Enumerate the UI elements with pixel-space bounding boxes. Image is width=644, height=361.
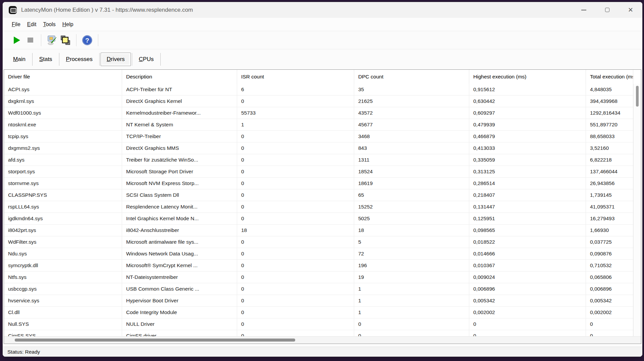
tab-drivers[interactable]: Drivers [101, 53, 131, 66]
table-row[interactable]: hvservice.sysHypervisor Boot Driver010,0… [4, 295, 633, 307]
tab-cpus[interactable]: CPUs [133, 53, 159, 66]
table-cell: Resplendence Latency Monit... [122, 201, 237, 213]
table-cell: 0,009024 [469, 272, 586, 283]
table-cell: 1 [354, 307, 469, 318]
table-cell: WdFilter.sys [4, 236, 122, 248]
table-cell: afd.sys [4, 154, 122, 166]
table-cell: 0 [354, 318, 469, 330]
menu-item-edit[interactable]: Edit [24, 20, 40, 29]
table-row[interactable]: ntoskrnl.exeNT Kernel & System1456770,47… [4, 119, 633, 131]
table-row[interactable]: Wdf01000.sysKernelmodustreiber-Framewor.… [4, 107, 633, 119]
column-header[interactable]: Highest execution (ms) [469, 70, 586, 84]
table-cell: 0,018522 [469, 236, 586, 248]
table-row[interactable]: rspLLL64.sysResplendence Latency Monit..… [4, 201, 633, 213]
copy-report-button[interactable] [59, 34, 72, 47]
table-cell: 0,065806 [586, 272, 633, 283]
table-row[interactable]: CimFS.SYSCimFS driver0000 [4, 330, 633, 336]
report-button[interactable] [45, 34, 59, 47]
stop-button[interactable] [23, 34, 37, 47]
table-cell: 0,466879 [469, 131, 586, 142]
tab-bar: MainStatsProcessesDriversCPUs [3, 49, 642, 69]
table-row[interactable]: Ntfs.sysNT-Dateisystemtreiber0190,009024… [4, 272, 633, 283]
table-cell: 0,335059 [469, 154, 586, 166]
table-row[interactable]: Null.SYSNULL Driver0000 [4, 318, 633, 330]
table-cell: 0 [237, 248, 354, 260]
table-row[interactable]: symcryptk.dllMicrosoft® SymCrypt Kernel … [4, 260, 633, 272]
table-row[interactable]: igdkmdn64.sysIntel Graphics Kernel Mode … [4, 213, 633, 225]
table-row[interactable]: i8042prt.sysi8042-Anschlusstreiber18180,… [4, 225, 633, 236]
help-icon: ? [82, 35, 93, 46]
tab-separator [59, 53, 59, 66]
help-button[interactable]: ? [80, 34, 94, 47]
table-header-row: Driver fileDescriptionISR countDPC count… [4, 70, 633, 84]
table-cell: 0,609297 [469, 107, 586, 119]
table-cell: rspLLL64.sys [4, 201, 122, 213]
table-cell: 6,822218 [586, 154, 633, 166]
window-controls: ✕ [572, 2, 642, 18]
vertical-scrollbar-thumb[interactable] [636, 86, 639, 107]
tab-processes[interactable]: Processes [60, 53, 98, 66]
column-header[interactable]: Driver file [4, 70, 122, 84]
table-cell: 0 [237, 272, 354, 283]
minimize-button[interactable] [572, 2, 595, 18]
table-row[interactable]: dxgkrnl.sysDirectX Graphics Kernel021625… [4, 96, 633, 107]
start-button[interactable] [10, 34, 23, 47]
title-bar[interactable]: LatencyMon (Home Edition ) v 7.31 - http… [3, 2, 642, 18]
table-row[interactable]: ACPI.sysACPI-Treiber für NT6350,9156124,… [4, 84, 633, 96]
horizontal-scrollbar[interactable] [4, 336, 641, 344]
table-cell: CimFS.SYS [4, 330, 122, 336]
column-header[interactable]: DPC count [354, 70, 469, 84]
tab-stats[interactable]: Stats [34, 53, 58, 66]
table-cell: igdkmdn64.sys [4, 213, 122, 225]
drivers-table: Driver fileDescriptionISR countDPC count… [4, 69, 641, 344]
table-cell: 18619 [354, 178, 469, 189]
maximize-icon [605, 8, 609, 12]
tab-main[interactable]: Main [7, 53, 31, 66]
toolbar: ? [3, 31, 642, 49]
tab-separator [132, 53, 132, 66]
table-cell: 0 [586, 330, 633, 336]
table-cell: 1 [354, 283, 469, 295]
menu-item-file[interactable]: File [8, 20, 24, 29]
table-cell: 41,095371 [586, 201, 633, 213]
menu-item-tools[interactable]: Tools [40, 20, 59, 29]
status-bar: Status: Ready [3, 347, 642, 357]
menu-item-help[interactable]: Help [59, 20, 77, 29]
table-row[interactable]: usbccgp.sysUSB Common Class Generic ...0… [4, 283, 633, 295]
table-cell: 551,897720 [586, 119, 633, 131]
close-button[interactable]: ✕ [619, 2, 642, 18]
table-cell: Ntfs.sys [4, 272, 122, 283]
table-row[interactable]: tcpip.sysTCP/IP-Treiber034680,46687988,6… [4, 131, 633, 142]
table-cell: 0 [237, 260, 354, 272]
table-cell: CimFS driver [122, 330, 237, 336]
table-row[interactable]: CLASSPNP.SYSSCSI Class System Dll0650,21… [4, 189, 633, 201]
column-header[interactable]: Description [122, 70, 237, 84]
table-cell: hvservice.sys [4, 295, 122, 307]
table-row[interactable]: Cl.dllCode Integrity Module010,0020020,0… [4, 307, 633, 318]
table-cell: 0,005342 [586, 295, 633, 307]
column-header[interactable]: Total execution (ms) [586, 70, 633, 84]
table-row[interactable]: afd.sysTreiber für zusätzliche WinSo...0… [4, 154, 633, 166]
table-row[interactable]: storport.sysMicrosoft Storage Port Drive… [4, 166, 633, 178]
table-cell: i8042prt.sys [4, 225, 122, 236]
table-cell: 45677 [354, 119, 469, 131]
table-cell: 0,630442 [469, 96, 586, 107]
vertical-scrollbar[interactable] [633, 84, 641, 336]
table-cell: 0 [469, 318, 586, 330]
horizontal-scrollbar-thumb[interactable] [15, 339, 295, 342]
table-cell: 394,439968 [586, 96, 633, 107]
table-cell: Ndu.sys [4, 248, 122, 260]
table-cell: Wdf01000.sys [4, 107, 122, 119]
table-cell: storport.sys [4, 166, 122, 178]
table-cell: dxgmms2.sys [4, 142, 122, 154]
table-row[interactable]: Ndu.sysWindows Network Data Usag...0720,… [4, 248, 633, 260]
column-header[interactable]: ISR count [237, 70, 354, 84]
table-row[interactable]: dxgmms2.sysDirectX Graphics MMS08430,413… [4, 142, 633, 154]
toolbar-separator [98, 34, 98, 46]
table-cell: Microsoft Storage Port Driver [122, 166, 237, 178]
table-cell: 137,466044 [586, 166, 633, 178]
table-row[interactable]: stornvme.sysMicrosoft NVM Express Storp.… [4, 178, 633, 189]
table-row[interactable]: WdFilter.sysMicrosoft antimalware file s… [4, 236, 633, 248]
maximize-button[interactable] [595, 2, 619, 18]
table-cell: 0 [237, 307, 354, 318]
